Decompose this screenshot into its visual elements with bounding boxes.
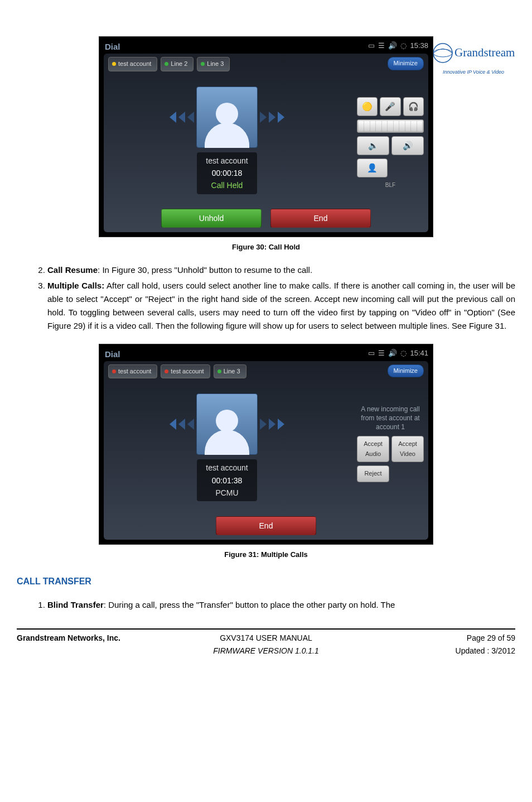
sync-icon: ◌ [400,40,407,52]
arrow-right-icon [260,419,267,430]
call-duration: 00:00:18 [206,167,248,179]
footer-company: Grandstream Networks, Inc. [17,632,183,657]
arrow-right-icon [260,112,267,123]
arrow-left-icon [170,419,176,430]
status-dot-icon [201,62,205,66]
battery-icon: ▭ [368,40,375,52]
sync-icon: ◌ [400,348,407,359]
tab-line-2[interactable]: test account [161,364,210,379]
caller-avatar [196,87,258,148]
minimize-button[interactable]: Minimize [388,364,424,378]
screenshot-multiple-calls: Dial ▭ ☰ 🔊 ◌ 15:41 Minimize test account… [99,344,433,545]
grandstream-logo-icon: Grandstream [432,42,515,64]
line-tabs: test account Line 2 Line 3 [104,54,428,75]
volume-down-button[interactable]: 🔈 [357,136,389,155]
arrow-right-icon [269,419,275,430]
minimize-button[interactable]: Minimize [388,57,424,70]
logo-tagline: Innovative IP Voice & Video [432,68,515,76]
arrow-left-icon [187,112,194,123]
screenshot-call-hold: Dial ▭ ☰ 🔊 ◌ 15:38 Minimize test account… [99,36,433,237]
network-icon: ☰ [378,40,385,52]
arrow-right-icon [278,112,284,123]
avatar-body-icon [205,123,249,148]
tab-line-1[interactable]: test account [108,57,157,71]
svg-point-0 [433,44,452,63]
avatar-head-icon [216,103,238,125]
incoming-call-notice: A new incoming call from test account at… [357,404,424,433]
dtmf-keypad-icon[interactable] [357,119,424,133]
side-panel: A new incoming call from test account at… [357,404,424,482]
list-item-2: Call Resume: In Figure 30, press "Unhold… [47,263,515,277]
svg-point-1 [433,49,452,57]
end-button[interactable]: End [270,209,371,228]
svg-text:Grandstream: Grandstream [454,46,515,59]
clock: 15:38 [410,40,428,52]
call-codec: PCMU [206,487,248,499]
contact-button[interactable]: 👤 [357,159,388,177]
footer-updated: Updated : 3/2012 [456,646,515,655]
side-panel: 🟡 🎤 🎧 🔈 🔊 👤 [357,97,424,190]
battery-icon: ▭ [368,348,375,359]
caller-name: test account [206,462,248,474]
line-tabs: test account test account Line 3 [104,361,428,382]
blf-label: BLF [357,181,424,190]
status-bar: ▭ ☰ 🔊 ◌ 15:41 [368,348,428,359]
volume-icon: 🔊 [388,348,397,359]
unhold-button[interactable]: Unhold [161,209,262,228]
tab-line-1[interactable]: test account [108,364,157,379]
arrow-right-icon [269,112,275,123]
caller-avatar [196,393,258,455]
window-title: Dial [105,348,120,361]
brand-logo: Grandstream Innovative IP Voice & Video [432,42,515,76]
footer-manual: GXV3174 USER MANUAL [183,632,349,644]
tab-line-3[interactable]: Line 3 [197,57,230,71]
caller-name: test account [206,155,248,167]
call-info: test account 00:01:38 PCMU [197,459,257,501]
status-dot-icon [165,62,168,66]
avatar-body-icon [205,430,249,455]
volume-up-button[interactable]: 🔊 [391,136,424,155]
mute-mic-button[interactable]: 🎤 [380,97,400,116]
avatar-head-icon [216,410,238,432]
arrow-left-icon [178,112,185,123]
figure-31: Dial ▭ ☰ 🔊 ◌ 15:41 Minimize test account… [17,344,515,561]
headset-button[interactable]: 🎧 [403,97,424,116]
status-dot-icon [165,369,168,373]
accept-video-button[interactable]: Accept Video [391,436,424,462]
status-dot-icon [112,369,116,373]
body-text: Call Resume: In Figure 30, press "Unhold… [17,263,515,333]
arrow-right-icon [278,419,284,430]
call-status: Call Held [206,179,248,191]
arrow-left-icon [178,419,185,430]
call-duration: 00:01:38 [206,474,248,487]
list-item-3: Multiple Calls: After call hold, users c… [47,279,515,333]
clock: 15:41 [410,348,428,359]
status-bar: ▭ ☰ 🔊 ◌ 15:38 [368,40,428,52]
reject-button[interactable]: Reject [357,465,389,482]
arrow-left-icon [187,419,194,430]
footer-firmware: FIRMWARE VERSION 1.0.1.1 [183,645,349,657]
page-footer: Grandstream Networks, Inc. GXV3174 USER … [17,628,515,657]
end-button[interactable]: End [216,516,316,535]
status-dot-icon [217,369,221,373]
figure-30-caption: Figure 30: Call Hold [17,242,515,253]
network-icon: ☰ [378,348,385,359]
footer-page: Page 29 of 59 [467,633,515,642]
accept-audio-button[interactable]: Accept Audio [357,436,389,462]
section-heading-call-transfer: CALL TRANSFER [17,574,515,589]
list-item-transfer-1: Blind Transfer: During a call, press the… [47,598,515,612]
arrow-left-icon [170,112,176,123]
volume-icon: 🔊 [388,40,397,52]
status-dot-icon [112,62,116,66]
record-button[interactable]: 🟡 [357,97,378,116]
tab-line-2[interactable]: Line 2 [161,57,194,71]
call-info: test account 00:00:18 Call Held [197,152,257,194]
figure-31-caption: Figure 31: Multiple Calls [17,549,515,561]
transfer-list: Blind Transfer: During a call, press the… [17,598,515,612]
window-title: Dial [105,40,120,54]
tab-line-3[interactable]: Line 3 [214,364,246,379]
